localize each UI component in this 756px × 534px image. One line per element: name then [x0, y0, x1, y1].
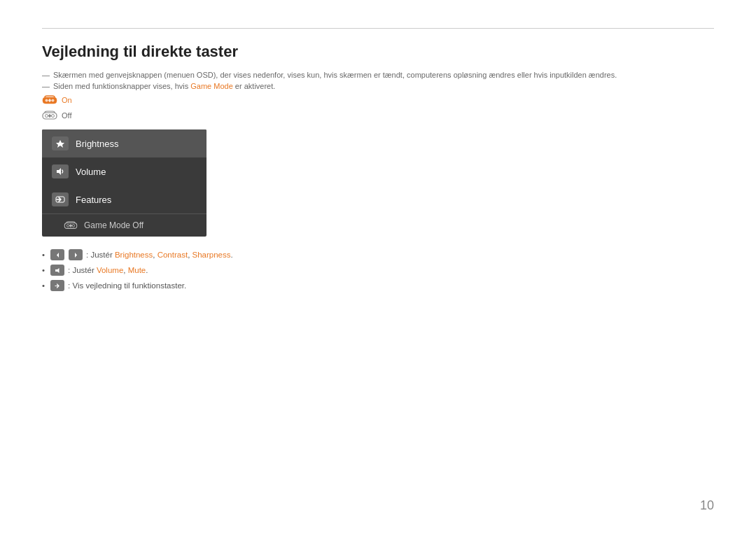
svg-marker-20	[55, 268, 59, 273]
osd-volume-label: Volume	[76, 167, 106, 177]
osd-features-label: Features	[76, 195, 111, 205]
highlight-volume: Volume	[97, 266, 123, 274]
bullet-dot-3: •	[42, 281, 45, 290]
highlight-mute: Mute	[128, 266, 146, 274]
svg-point-7	[52, 115, 55, 118]
gamepad-off-icon	[42, 110, 57, 121]
gamepad-on-label: On	[62, 96, 72, 104]
svg-marker-18	[57, 253, 59, 258]
gamepad-off-row: Off	[42, 110, 714, 121]
gamepad-on-row: On	[42, 94, 714, 106]
bullet-item-3: • : Vis vejledning til funktionstaster.	[42, 280, 714, 291]
vol-btn	[50, 265, 64, 276]
osd-gamepad-icon	[63, 220, 78, 231]
bullet-3-text: : Vis vejledning til funktionstaster.	[68, 281, 186, 290]
note-text-2: Siden med funktionsknapper vises, hvis G…	[53, 82, 275, 90]
osd-item-features[interactable]: Features	[42, 185, 206, 213]
svg-marker-11	[57, 168, 61, 175]
feat-btn	[50, 280, 64, 291]
page-title: Vejledning til direkte taster	[42, 43, 714, 61]
lr-btn-left	[50, 249, 64, 260]
bullet-dot-2: •	[42, 266, 45, 274]
osd-subitem-gamemode[interactable]: Game Mode Off	[42, 213, 206, 237]
svg-rect-17	[69, 225, 72, 227]
bullet-item-2: • : Justér Volume, Mute.	[42, 265, 714, 276]
osd-gamemode-label: Game Mode Off	[84, 220, 144, 230]
lr-btn-right	[69, 249, 83, 260]
bullet-item-1: • : Justér Brightness, Contrast, Sharpne…	[42, 249, 714, 260]
svg-point-6	[46, 115, 48, 118]
brightness-btn	[52, 136, 69, 150]
top-divider	[42, 28, 714, 29]
bullet-1-text: : Justér Brightness, Contrast, Sharpness…	[86, 251, 233, 259]
svg-marker-19	[75, 253, 77, 258]
svg-point-2	[52, 99, 55, 102]
bullet-2-text: : Justér Volume, Mute.	[68, 266, 148, 274]
osd-brightness-label: Brightness	[76, 139, 118, 149]
volume-btn	[52, 164, 69, 178]
note-line-2: — Siden med funktionsknapper vises, hvis…	[42, 82, 714, 90]
gamepad-off-label: Off	[62, 111, 71, 120]
svg-point-14	[66, 225, 69, 227]
svg-point-1	[46, 99, 48, 102]
osd-menu: Brightness Volume Features	[42, 129, 206, 237]
highlight-sharpness: Sharpness	[192, 251, 231, 259]
dash-1: —	[42, 71, 50, 79]
note-line-1: — Skærmen med genvejsknappen (menuen OSD…	[42, 71, 714, 79]
bullet-dot-1: •	[42, 251, 45, 259]
bullet-list: • : Justér Brightness, Contrast, Sharpne…	[42, 249, 714, 291]
page-container: Vejledning til direkte taster — Skærmen …	[0, 0, 756, 534]
highlight-contrast: Contrast	[158, 251, 188, 259]
features-btn	[52, 192, 69, 206]
svg-marker-10	[56, 140, 64, 148]
page-number: 10	[700, 498, 714, 513]
gamepad-on-icon	[42, 94, 57, 106]
osd-item-volume[interactable]: Volume	[42, 157, 206, 185]
osd-item-brightness[interactable]: Brightness	[42, 129, 206, 157]
svg-point-15	[72, 225, 75, 227]
dash-2: —	[42, 82, 50, 90]
highlight-brightness: Brightness	[115, 251, 153, 259]
game-mode-link[interactable]: Game Mode	[190, 82, 233, 90]
note-text-1: Skærmen med genvejsknappen (menuen OSD),…	[53, 71, 617, 79]
svg-rect-4	[48, 100, 52, 101]
svg-rect-9	[48, 115, 52, 117]
